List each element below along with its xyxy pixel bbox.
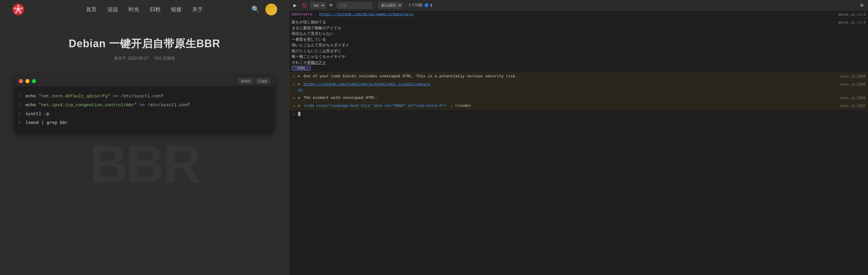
code-line-3: 3 sysctl -p [15,110,268,119]
issues-icon: 🔵 [424,3,429,7]
entry-source-warn2[interactable]: core.js:2295 [840,82,866,87]
poem-line-8: それこそ本物のアイ [291,60,836,66]
prompt-icon: › [291,113,296,117]
window-controls [19,79,36,83]
code-line-4: 4 lsmod | grep bbr [15,119,268,127]
eye-btn[interactable]: 👁 [327,2,335,9]
nav-time[interactable]: 时光 [129,6,139,13]
console-entry-warn4: ⚠ ▶ <code class="language-bash hljs" dat… [289,102,868,110]
entry-body-warn2: ▶ https://github.com/highlightjs/highlig… [298,82,838,93]
poem-line-4: 一番星を宿している [291,37,836,43]
warn-text-3: The element with unescaped HTML: [304,96,377,100]
minimize-dot [25,79,30,83]
log-level-select[interactable]: 默认级别 [378,2,402,8]
entry-body-warn3: ▶ The element with unescaped HTML: [298,95,838,101]
warning-triangle-1: ⚠ [293,73,295,80]
warning-triangle-3: ⚠ [293,95,295,101]
warn-icon-1: ⚠ [291,74,296,79]
code-block: Bash Copy 1 echo "net.core.default_qdisc… [15,76,274,133]
entry-body-poem: 誰もが信じ崩めてる まさに最強で無敵のアイドル 弱点なんて見当たらない 一番星を… [291,20,836,71]
svg-point-1 [17,4,20,8]
poem-line-7: 唯一無二じゃなくちゃイヤイヤ [291,54,836,60]
console-entry-warn3: ⚠ ▶ The element with unescaped HTML: cor… [289,94,868,102]
line-content-3: sysctl -p [25,110,49,119]
entry-source-warn1[interactable]: core.js:2294 [840,74,866,80]
toolbar-separator [375,2,375,8]
svg-point-6 [17,8,20,11]
console-entry-warn2: ⚠ ▶ https://github.com/highlightjs/highl… [289,81,868,94]
line-num-4: 4 [15,119,25,127]
code-line-2: 2 echo "net.ipv4.tcp_congestion_control=… [15,101,268,110]
published-date: 发布于 2022-08-27 [114,56,149,60]
toolbar-separator-2 [405,2,406,8]
line-num-2: 2 [15,101,25,110]
watermark-line-2: BBR [89,138,200,191]
main-nav: 首页 说说 时光 归档 链接 关于 🔍 [0,0,289,19]
warn-text-1: One of your code blocks includes unescap… [304,74,518,79]
console-expand-btn[interactable]: ▶ [291,2,299,9]
filter-input[interactable] [337,2,372,8]
code-line-1: 1 echo "net.core.default_qdisc=fq" >> /e… [15,92,268,101]
nav-links: 首页 说说 时光 归档 链接 关于 [86,6,203,13]
prompt-cursor [298,112,301,116]
nav-home[interactable]: 首页 [86,6,97,13]
entry-source-warn3[interactable]: core.js:2296 [840,96,866,101]
entry-source-2[interactable]: about_us.ts:4 [838,20,866,25]
console-entry-warn1: ⚠ ▶ One of your code blocks includes une… [289,72,868,81]
console-prompt-entry: › [289,110,868,119]
entry-source-warn4[interactable]: core.js:2297 [840,103,866,109]
github-url-link[interactable]: https://github.com/mirai-mamori/Sakurair… [319,12,414,17]
nav-talk[interactable]: 说说 [107,6,118,13]
code-body: 1 echo "net.core.default_qdisc=fq" >> /e… [15,86,274,133]
poem-line-6: 知りたくないとこは見せずに [291,49,836,54]
warning-triangle-4: ⚠ [293,103,295,109]
site-logo[interactable] [12,3,25,16]
entry-source-1[interactable]: about_us.ts:3 [838,12,866,18]
idol-highlight: 「IDOL」 [291,66,311,71]
code-block-actions: Bash Copy [238,78,270,84]
close-dot [19,79,23,83]
clear-console-btn[interactable]: 🚫 [300,2,309,9]
warn-icon-4: ⚠ [291,103,296,108]
blog-panel: Debian BBR 首页 说说 时光 归档 链接 关于 🔍 [0,0,289,275]
issues-count: 1 [430,3,432,7]
line-num-1: 1 [15,92,25,101]
expand-arrow-3[interactable]: ▶ [298,96,301,100]
read-count: 542 次阅读 [154,56,175,60]
settings-btn[interactable]: ⚙ [858,2,866,9]
line-content-1: echo "net.core.default_qdisc=fq" >> /etc… [25,92,163,101]
search-icon[interactable]: 🔍 [251,6,259,13]
poem-line-9: 「IDOL」 [291,65,836,71]
highlight-security-link[interactable]: https://github.com/highlightjs/highlight… [298,82,430,92]
expand-arrow-4[interactable]: ▶ [298,103,301,108]
context-select[interactable]: top [310,2,326,8]
issues-badge[interactable]: 1 个问题: 🔵 1 [409,3,432,8]
code-snippet: <code class="language-bash hljs" data-re… [304,104,446,108]
entry-body-warn1: ▶ One of your code blocks includes unesc… [298,73,838,80]
console-entry-sakurairo: Sakurairo https://github.com/mirai-mamor… [289,11,868,19]
entry-body-warn4: ▶ <code class="language-bash hljs" data-… [298,103,838,109]
poem-line-3: 弱点なんて見当たらない [291,31,836,37]
copy-button[interactable]: Copy [255,78,270,84]
console-entry-poem: 誰もが信じ崩めてる まさに最強で無敵のアイドル 弱点なんて見当たらない 一番星を… [289,19,868,72]
blog-meta: 发布于 2022-08-27 542 次阅读 [112,56,178,61]
log-text-url [315,12,317,17]
line-content-2: echo "net.ipv4.tcp_congestion_control=bb… [25,101,190,110]
code-block-header: Bash Copy [15,76,274,86]
code-lang-badge: Bash [238,78,253,84]
line-content-4: lsmod | grep bbr [25,119,68,127]
user-avatar[interactable] [266,4,277,16]
nav-archive[interactable]: 归档 [150,6,160,13]
expand-arrow-1[interactable]: ▶ [298,74,301,79]
sakurairo-link[interactable]: Sakurairo [291,12,312,17]
expand-arrow-2[interactable]: ▶ [298,82,301,87]
code-end: … </code> [448,103,471,108]
poem-line-1: 誰もが信じ崩めてる [291,20,836,25]
nav-about[interactable]: 关于 [192,6,203,13]
nav-links-item[interactable]: 链接 [171,6,182,13]
devtools-panel: ▶ 🚫 top 👁 默认级别 1 个问题: 🔵 1 ⚙ Sakurairo ht… [289,0,868,275]
line-num-3: 3 [15,110,25,119]
poem-line-2: まさに最強で無敵のアイドル [291,25,836,31]
maximize-dot [32,79,36,83]
warn-icon-3: ⚠ [291,96,296,100]
